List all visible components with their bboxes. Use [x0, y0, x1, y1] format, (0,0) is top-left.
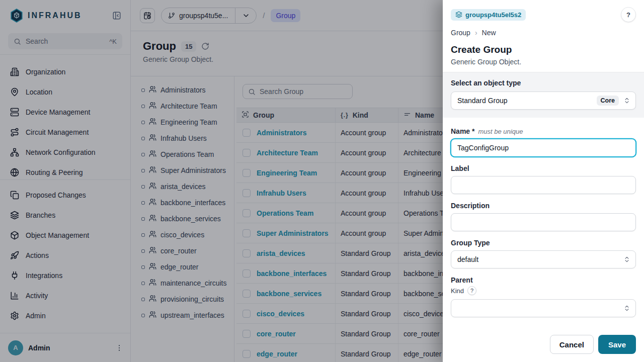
parent-label: Parent [451, 276, 636, 284]
group-type-label: Group Type [451, 239, 636, 247]
parent-kind-select[interactable] [451, 299, 636, 317]
drawer-subtitle: Generic Group Object. [451, 58, 636, 66]
modal-dim-overlay[interactable] [0, 0, 443, 362]
object-type-section: Select an object type Standard Group Cor… [443, 72, 644, 118]
chevron-right-icon: › [475, 29, 477, 37]
drawer-breadcrumb: Group › New [451, 29, 636, 37]
create-group-drawer: groupsp4tu5el5s2 ? Group › New Create Gr… [443, 0, 644, 362]
create-group-form: Name * must be unique Label Description … [443, 118, 644, 328]
parent-kind-row: Kind ? [451, 286, 636, 295]
cancel-button[interactable]: Cancel [550, 335, 594, 354]
drawer-title: Create Group [451, 44, 636, 55]
breadcrumb-current: New [482, 29, 496, 37]
branch-badge: groupsp4tu5el5s2 [451, 9, 526, 21]
chevrons-up-down-icon [623, 305, 630, 312]
drawer-footer: Cancel Save [443, 328, 644, 362]
description-label: Description [451, 202, 636, 210]
kind-label: Kind [451, 287, 464, 295]
drawer-header: groupsp4tu5el5s2 ? Group › New Create Gr… [443, 0, 644, 72]
layers-icon [455, 11, 462, 18]
chevrons-up-down-icon [623, 256, 630, 263]
group-type-select[interactable]: default [451, 250, 636, 268]
description-input[interactable] [451, 213, 636, 231]
object-type-select[interactable]: Standard Group Core [451, 92, 636, 110]
name-input[interactable] [451, 139, 636, 157]
object-type-label: Select an object type [451, 79, 636, 87]
label-label: Label [451, 164, 636, 172]
object-type-value: Standard Group [457, 97, 508, 105]
name-label: Name * must be unique [451, 127, 636, 135]
save-button[interactable]: Save [598, 335, 636, 354]
name-hint: must be unique [478, 128, 523, 135]
chevrons-up-down-icon [623, 97, 630, 104]
group-type-value: default [457, 255, 478, 263]
label-input[interactable] [451, 176, 636, 194]
breadcrumb-root[interactable]: Group [451, 29, 470, 37]
core-badge: Core [597, 96, 619, 106]
help-button[interactable]: ? [621, 7, 636, 22]
kind-help-button[interactable]: ? [467, 286, 476, 295]
